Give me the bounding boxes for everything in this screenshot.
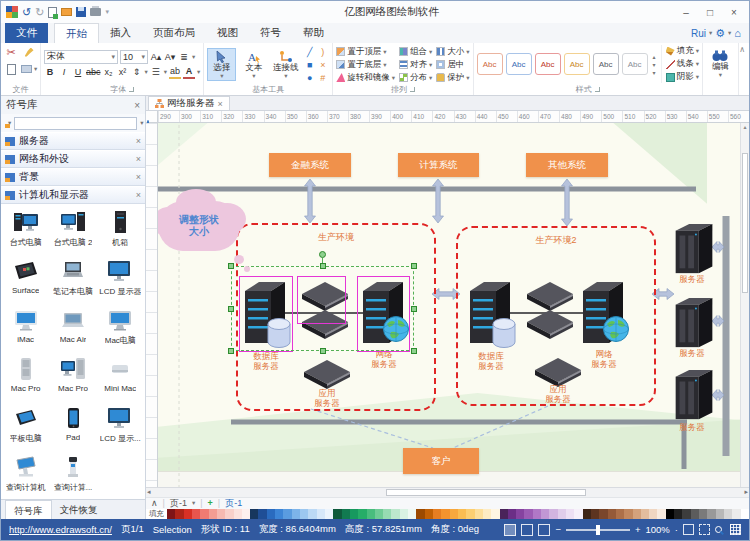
double-arrow-connector[interactable] [305, 179, 316, 223]
curve-tool-icon[interactable]: ) [321, 47, 324, 57]
globe-icon[interactable] [602, 315, 630, 343]
rack-server-shape[interactable] [672, 295, 716, 351]
font-color-dropdown-icon[interactable]: ▾ [197, 68, 200, 76]
color-swatch[interactable] [549, 509, 557, 519]
underline-button[interactable]: U [72, 66, 84, 79]
undo-icon[interactable]: ↺ [22, 6, 31, 18]
section-close-icon[interactable]: × [136, 190, 141, 200]
zoom-slider-thumb[interactable] [596, 525, 600, 535]
bold-button[interactable]: B [44, 66, 56, 79]
minimize-button[interactable]: – [674, 4, 698, 21]
format-painter-icon[interactable] [25, 48, 34, 57]
color-swatch[interactable] [441, 509, 449, 519]
vertical-scrollbar[interactable]: ▴ [740, 123, 749, 487]
select-tool-button[interactable]: 选择▾ [207, 48, 236, 81]
tab-page-layout[interactable]: 页面布局 [142, 23, 206, 43]
bring-to-front-button[interactable]: 置于顶层▾ [336, 45, 395, 58]
protect-button[interactable]: 保护▾ [436, 71, 469, 84]
color-swatch[interactable] [716, 509, 724, 519]
zoom-level[interactable]: 100% [646, 524, 670, 535]
font-size-select[interactable]: 10▾ [120, 50, 148, 64]
color-swatch[interactable] [524, 509, 532, 519]
page-nav-dropdown-icon[interactable]: ▾ [192, 500, 195, 507]
symbol-item[interactable]: 机箱 [97, 206, 144, 255]
account-dropdown-icon[interactable]: ▾ [709, 29, 712, 37]
tab-symbols[interactable]: 符号 [249, 23, 292, 43]
selection-rectangle[interactable] [231, 266, 414, 351]
distribute-button[interactable]: 分布▾ [399, 71, 432, 84]
color-swatch[interactable] [475, 509, 483, 519]
connector-tool-button[interactable]: 连接线▾ [271, 48, 300, 81]
color-swatch[interactable] [466, 509, 474, 519]
color-swatch[interactable] [633, 509, 641, 519]
style-preset-button[interactable]: Abc [622, 53, 648, 75]
cut-icon[interactable]: ✂ [6, 46, 15, 59]
sidebar-section-servers[interactable]: 服务器× [1, 132, 145, 150]
color-swatch[interactable] [657, 509, 665, 519]
align-dropdown-icon[interactable]: ▾ [192, 53, 195, 61]
zoom-out-icon[interactable]: − [555, 524, 561, 535]
color-swatch[interactable] [375, 509, 383, 519]
send-to-back-button[interactable]: 置于底层▾ [336, 58, 395, 71]
sidebar-section-network[interactable]: 网络和外设× [1, 150, 145, 168]
italic-button[interactable]: I [58, 66, 70, 79]
resize-handle[interactable] [411, 263, 417, 269]
color-swatch[interactable] [400, 509, 408, 519]
center-button[interactable]: 居中 [436, 58, 469, 71]
app-server-shape[interactable] [301, 357, 353, 391]
grow-font-button[interactable]: A▴ [150, 50, 162, 63]
fill-button[interactable]: 填充▾ [666, 45, 699, 57]
presets-up-icon[interactable]: ▴ [653, 53, 656, 60]
symbol-item[interactable]: 台式电脑 [2, 206, 49, 255]
edit-find-button[interactable]: 编辑▾ [706, 48, 735, 80]
collapse-pages-icon[interactable]: ∧ [151, 499, 158, 508]
color-swatch[interactable] [483, 509, 491, 519]
color-swatch[interactable] [425, 509, 433, 519]
color-swatch[interactable] [292, 509, 300, 519]
horizontal-scrollbar[interactable]: ◂ ▸ [146, 487, 749, 497]
zoom-area-icon[interactable] [715, 526, 722, 533]
color-swatch[interactable] [616, 509, 624, 519]
color-swatch[interactable] [267, 509, 275, 519]
symbol-item[interactable]: Surface [2, 255, 49, 304]
symbol-item[interactable]: Mac Pro [2, 353, 49, 402]
color-swatch[interactable] [408, 509, 416, 519]
tab-view[interactable]: 视图 [206, 23, 249, 43]
page-nav-label[interactable]: 页-1 [170, 499, 187, 508]
color-swatch[interactable] [275, 509, 283, 519]
rotate-mirror-button[interactable]: 旋转和镜像▾ [336, 71, 395, 84]
save-icon[interactable] [76, 7, 86, 17]
section-close-icon[interactable]: × [136, 154, 141, 164]
color-swatch[interactable] [732, 509, 740, 519]
color-swatch[interactable] [724, 509, 732, 519]
account-name[interactable]: Rui [691, 28, 706, 39]
color-swatch[interactable] [491, 509, 499, 519]
symbol-item[interactable]: Mac Pro [49, 353, 96, 402]
color-swatch[interactable] [342, 509, 350, 519]
resize-handle[interactable] [228, 348, 234, 354]
copy-icon[interactable] [7, 64, 16, 75]
color-swatch[interactable] [599, 509, 607, 519]
shape-other-system[interactable]: 其他系统 [526, 153, 608, 177]
superscript-button[interactable]: x² [117, 66, 129, 79]
symbol-item[interactable]: 查询计算机 [2, 451, 49, 499]
canvas-viewport[interactable]: 金融系统 计算系统 其他系统 生产环境 生产环境2 数据库 服务器 [146, 123, 749, 487]
paste-icon[interactable] [21, 65, 32, 73]
list-button[interactable]: ☰ [150, 66, 162, 79]
symbol-item[interactable]: 平板电脑 [2, 402, 49, 451]
crop-tool-icon[interactable]: # [320, 73, 325, 83]
color-swatch[interactable] [333, 509, 341, 519]
color-swatch[interactable] [217, 509, 225, 519]
symbol-library-close-icon[interactable]: × [134, 100, 140, 111]
symbol-search-input[interactable] [14, 117, 137, 130]
color-swatch[interactable] [242, 509, 250, 519]
maximize-button[interactable]: □ [698, 4, 722, 21]
sidebar-section-computers[interactable]: 计算机和显示器× [1, 186, 145, 204]
edrawsoft-link[interactable]: http://www.edrawsoft.cn/ [9, 524, 112, 535]
view-presentation-icon[interactable] [538, 524, 550, 536]
style-preset-button[interactable]: Abc [535, 53, 561, 75]
font-name-select[interactable]: 宋体▾ [44, 50, 118, 64]
scroll-right-icon[interactable]: ▸ [744, 488, 748, 496]
color-swatch[interactable] [175, 509, 183, 519]
settings-dropdown-icon[interactable]: ▾ [728, 29, 731, 37]
